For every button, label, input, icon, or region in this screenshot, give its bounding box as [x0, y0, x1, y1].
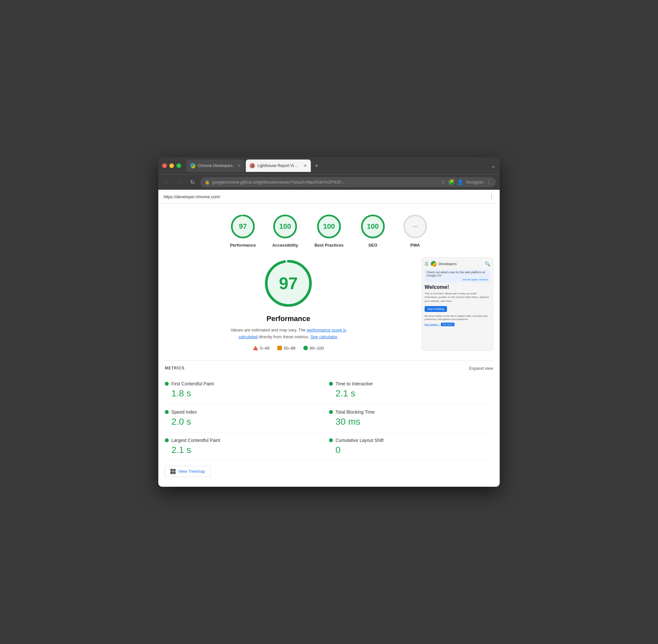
big-performance-circle: 97: [262, 257, 314, 309]
score-best-practices[interactable]: 100 Best Practices: [314, 213, 344, 248]
metric-cls-value: 0: [329, 445, 493, 455]
lighthouse-tab-label: Lighthouse Report Viewer: [258, 163, 299, 168]
new-tab-button[interactable]: +: [312, 161, 321, 171]
accessibility-label: Accessibility: [272, 243, 298, 248]
green-circle-icon: [303, 346, 308, 350]
chrome-tab-close[interactable]: ✕: [237, 163, 241, 168]
metric-lcp-value: 2.1 s: [165, 445, 329, 455]
chrome-tab-favicon: [190, 163, 195, 168]
mock-nav-bar: ☰ Developers 🔍: [424, 261, 490, 267]
extension-icon[interactable]: 🧩: [448, 179, 455, 185]
performance-section: 97 Performance Values are estimated and …: [165, 257, 493, 351]
metric-tti-label-row: Time to Interactive: [329, 381, 493, 386]
view-treemap-button[interactable]: View Treemap: [165, 466, 211, 477]
metrics-grid: First Contentful Paint 1.8 s Time to Int…: [165, 376, 493, 461]
performance-description: Values are estimated and may vary. The p…: [230, 327, 347, 341]
metric-tbt-value: 30 ms: [329, 417, 493, 427]
metric-lcp-dot: [165, 438, 169, 442]
page-screenshot: ☰ Developers 🔍 Check out what's new for …: [422, 257, 493, 351]
screenshot-content: ☰ Developers 🔍 Check out what's new for …: [422, 258, 493, 329]
url-bar[interactable]: 🔒 googlechrome.github.io/lighthouse/view…: [200, 177, 496, 187]
tab-lighthouse-viewer[interactable]: 🔦 Lighthouse Report Viewer ✕: [246, 160, 311, 172]
popup-more-icon[interactable]: ⋮: [489, 193, 495, 200]
chrome-tab-label: Chrome Developers: [198, 163, 233, 168]
metric-tbt-dot: [329, 410, 333, 414]
more-options-icon[interactable]: ⋮: [486, 179, 491, 185]
performance-title: Performance: [267, 315, 310, 323]
score-performance[interactable]: 97 Performance: [230, 213, 256, 248]
metrics-header: METRICS Expand view: [165, 366, 493, 371]
address-bar: ← → ↻ 🔒 googlechrome.github.io/lighthous…: [158, 174, 500, 190]
mock-cookie-text: We serve cookies on this site to analyze…: [424, 315, 490, 321]
seo-score: 100: [367, 222, 379, 231]
scores-row: 97 Performance 100 Accessibility: [165, 213, 493, 248]
metric-tbt-name: Total Blocking Time: [335, 409, 375, 415]
maximize-button[interactable]: [177, 163, 181, 168]
tab-menu-button[interactable]: ⌄: [491, 162, 496, 169]
back-button[interactable]: ←: [162, 178, 172, 186]
browser-window: Chrome Developers ✕ 🔦 Lighthouse Report …: [158, 157, 500, 487]
tab-bar: Chrome Developers ✕ 🔦 Lighthouse Report …: [186, 160, 488, 172]
metric-cls-dot: [329, 438, 333, 442]
metric-si-value: 2.0 s: [165, 417, 329, 427]
close-button[interactable]: [162, 163, 167, 168]
metric-fcp-name: First Contentful Paint: [171, 381, 214, 386]
mock-dismiss-btn: Dismiss: [479, 278, 488, 281]
mock-cta-btn: Start building: [424, 306, 447, 312]
mock-banner-text: Check out what's new for the web platfor…: [426, 271, 488, 277]
pwa-score: —: [413, 224, 417, 229]
metric-lcp-label-row: Largest Contentful Paint: [165, 438, 329, 443]
reload-button[interactable]: ↻: [188, 178, 197, 186]
red-triangle-icon: [253, 346, 258, 350]
main-content: 97 Performance 100 Accessibility: [158, 204, 500, 487]
performance-circle: 97: [230, 213, 256, 239]
metric-lcp: Largest Contentful Paint 2.1 s: [165, 433, 329, 461]
tab-chrome-developers[interactable]: Chrome Developers ✕: [186, 160, 244, 172]
score-pwa[interactable]: — PWA: [402, 213, 428, 248]
calculator-link[interactable]: See calculator.: [310, 335, 338, 339]
metric-cls-label-row: Cumulative Layout Shift: [329, 438, 493, 443]
metric-fcp-value: 1.8 s: [165, 388, 329, 399]
incognito-icon: 👤: [457, 179, 464, 185]
mock-search-icon: 🔍: [485, 261, 490, 267]
metric-lcp-name: Largest Contentful Paint: [171, 438, 220, 443]
pwa-circle: —: [402, 213, 428, 239]
metric-si-label-row: Speed Index: [165, 409, 329, 415]
forward-button[interactable]: →: [175, 178, 185, 186]
orange-square-icon: [277, 346, 282, 350]
metric-cls-name: Cumulative Layout Shift: [335, 438, 383, 443]
mock-site-title: Developers: [439, 262, 457, 266]
metric-tti: Time to Interactive 2.1 s: [329, 376, 493, 404]
best-practices-label: Best Practices: [314, 243, 344, 248]
view-treemap-label: View Treemap: [178, 469, 205, 474]
legend-green: 90–100: [303, 346, 324, 351]
mock-join-btn: Join the party: [462, 278, 478, 281]
performance-label: Performance: [230, 243, 256, 248]
score-legend: 0–49 50–89 90–100: [253, 346, 324, 351]
best-practices-score: 100: [323, 222, 335, 231]
titlebar: Chrome Developers ✕ 🔦 Lighthouse Report …: [158, 157, 500, 174]
mock-ok-btn: Ok, Got It: [441, 323, 455, 326]
metric-tti-dot: [329, 382, 333, 386]
lighthouse-tab-close[interactable]: ✕: [304, 163, 307, 168]
minimize-button[interactable]: [169, 163, 174, 168]
accessibility-score: 100: [279, 222, 291, 231]
score-seo[interactable]: 100 SEO: [360, 213, 386, 248]
expand-view-button[interactable]: Expand view: [469, 366, 493, 371]
legend-orange: 50–89: [277, 346, 295, 351]
metrics-title: METRICS: [165, 366, 185, 370]
metric-si-dot: [165, 410, 169, 414]
metric-si-name: Speed Index: [171, 409, 197, 415]
url-actions: ☆ 🧩 👤 Incognito ⋮: [441, 179, 491, 185]
performance-score: 97: [239, 222, 247, 231]
mock-welcome-text: Welcome!: [424, 284, 490, 290]
metric-tbt: Total Blocking Time 30 ms: [329, 404, 493, 433]
lock-icon: 🔒: [205, 180, 210, 185]
traffic-lights: [162, 163, 181, 168]
big-performance-score: 97: [279, 274, 298, 293]
metric-fcp-dot: [165, 382, 169, 386]
metric-si: Speed Index 2.0 s: [165, 404, 329, 433]
score-accessibility[interactable]: 100 Accessibility: [272, 213, 298, 248]
bookmark-icon[interactable]: ☆: [441, 179, 445, 185]
metric-cls: Cumulative Layout Shift 0: [329, 433, 493, 461]
